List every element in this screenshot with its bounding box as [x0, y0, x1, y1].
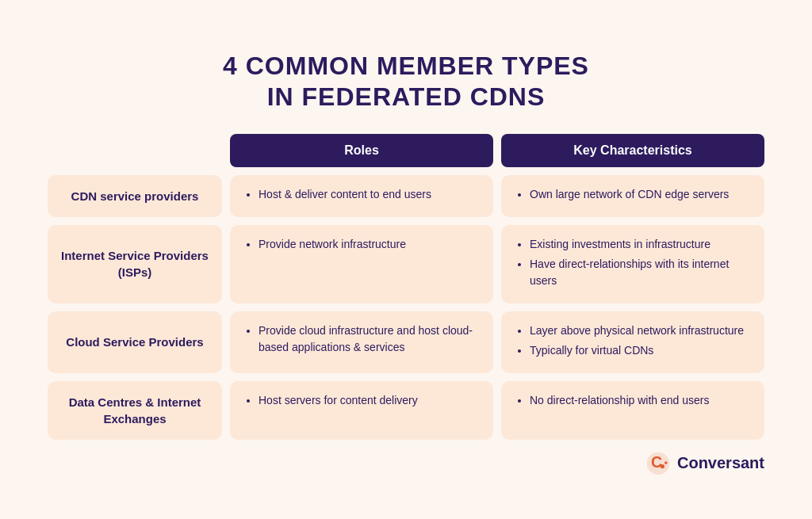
- row-chars-isp: Existing investments in infrastructure H…: [501, 225, 764, 303]
- row-roles-isp: Provide network infrastructure: [230, 225, 493, 303]
- svg-point-3: [665, 461, 668, 464]
- header-empty-cell: [48, 134, 222, 167]
- table-row: Cloud Service Providers Provide cloud in…: [48, 311, 764, 373]
- conversant-logo-icon: C: [645, 451, 671, 476]
- footer-branding: C Conversant: [48, 451, 764, 476]
- table-header-row: Roles Key Characteristics: [48, 134, 764, 167]
- row-label-isp: Internet Service Providers (ISPs): [48, 225, 222, 303]
- row-label-datacentre: Data Centres & Internet Exchanges: [48, 381, 222, 440]
- row-chars-cdn: Own large network of CDN edge servers: [501, 175, 764, 217]
- table: Roles Key Characteristics CDN service pr…: [48, 134, 764, 440]
- header-characteristics: Key Characteristics: [501, 134, 764, 167]
- row-roles-datacentre: Host servers for content delivery: [230, 381, 493, 440]
- table-row: Internet Service Providers (ISPs) Provid…: [48, 225, 764, 303]
- table-row: Data Centres & Internet Exchanges Host s…: [48, 381, 764, 440]
- svg-point-2: [661, 464, 665, 468]
- header-roles: Roles: [230, 134, 493, 167]
- row-chars-cloud: Layer above physical network infrastruct…: [501, 311, 764, 373]
- conversant-logo-text: Conversant: [677, 454, 764, 472]
- infographic-card: 4 COMMON MEMBER TYPES IN FEDERATED CDNs …: [16, 27, 796, 492]
- row-label-cloud: Cloud Service Providers: [48, 311, 222, 373]
- row-roles-cloud: Provide cloud infrastructure and host cl…: [230, 311, 493, 373]
- table-row: CDN service providers Host & deliver con…: [48, 175, 764, 217]
- svg-text:C: C: [651, 453, 662, 471]
- row-chars-datacentre: No direct-relationship with end users: [501, 381, 764, 440]
- row-roles-cdn: Host & deliver content to end users: [230, 175, 493, 217]
- row-label-cdn: CDN service providers: [48, 175, 222, 217]
- page-title: 4 COMMON MEMBER TYPES IN FEDERATED CDNs: [48, 51, 764, 112]
